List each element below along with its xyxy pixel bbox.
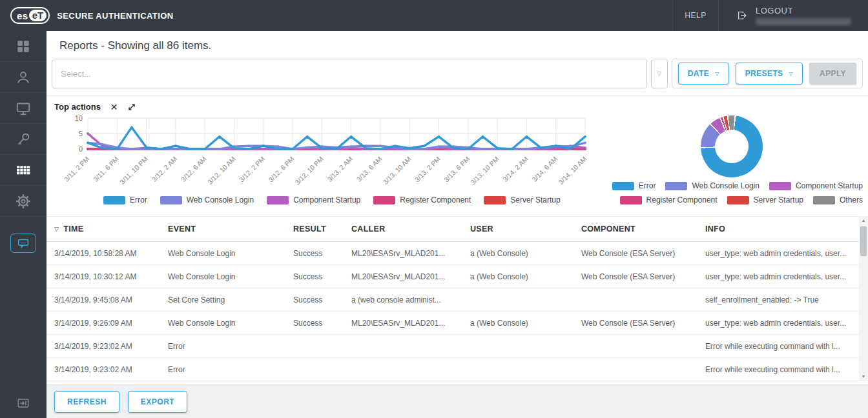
legend-label: Error: [639, 181, 656, 190]
top-actions-visuals: 05103/11, 2 PM3/11, 6 PM3/11, 10 PM3/12,…: [46, 113, 868, 215]
computers-icon: [15, 100, 32, 117]
legend-label: Server Startup: [510, 195, 560, 204]
column-header-result[interactable]: RESULT: [285, 224, 344, 234]
help-button[interactable]: HELP: [672, 0, 719, 31]
sidebar-item-credentials[interactable]: [0, 124, 46, 155]
cell-caller: a (web console administ...: [344, 295, 462, 304]
page-title: Reports - Showing all 86 items.: [46, 31, 868, 56]
legend-label: Component Startup: [293, 195, 360, 204]
legend-item-server-startup: Server Startup: [727, 195, 803, 204]
svg-text:3/11, 10 PM: 3/11, 10 PM: [118, 155, 149, 186]
svg-text:3/14, 2 AM: 3/14, 2 AM: [501, 155, 530, 183]
legend-swatch: [373, 196, 395, 204]
legend-swatch: [103, 196, 125, 204]
donut-legend-row-2: Register ComponentServer StartupOthers: [612, 195, 863, 204]
legend-label: Others: [840, 195, 863, 204]
cell-result: Success: [285, 249, 344, 258]
top-actions-donut-chart: [701, 115, 763, 177]
sidebar: [0, 31, 46, 418]
svg-text:3/12, 2 AM: 3/12, 2 AM: [150, 155, 178, 183]
collapse-sidebar-button[interactable]: [16, 396, 31, 410]
legend-swatch: [160, 196, 182, 204]
donut-chart-legend: ErrorWeb Console LoginComponent Startup …: [612, 181, 863, 210]
column-header-event[interactable]: EVENT: [160, 224, 285, 234]
cell-caller: ML20\ESASrv_MLAD201...: [344, 272, 462, 281]
table-body: 3/14/2019, 10:58:28 AMWeb Console LoginS…: [46, 242, 859, 381]
legend-item-web-console-login: Web Console Login: [665, 181, 760, 190]
legend-label: Web Console Login: [187, 195, 254, 204]
feedback-button[interactable]: [10, 234, 36, 253]
scroll-up-icon[interactable]: ▲: [862, 216, 866, 225]
apply-button[interactable]: APPLY: [809, 63, 856, 85]
cell-result: Success: [285, 295, 344, 304]
legend-label: Register Component: [400, 195, 471, 204]
table-row[interactable]: 3/14/2019, 9:45:08 AMSet Core SettingSuc…: [46, 288, 859, 312]
presets-dropdown-button[interactable]: PRESETS ▽: [736, 63, 803, 85]
donut-legend-row-1: ErrorWeb Console LoginComponent Startup: [612, 181, 863, 190]
svg-text:3/12, 6 AM: 3/12, 6 AM: [180, 155, 208, 183]
svg-text:3/13, 6 AM: 3/13, 6 AM: [355, 155, 383, 183]
top-bar: es eT SECURE AUTHENTICATION HELP LOGOUT: [0, 0, 868, 31]
sidebar-item-computers[interactable]: [0, 93, 46, 124]
table-row[interactable]: 3/14/2019, 9:23:02 AMErrorError while ex…: [46, 358, 859, 381]
logout-label: LOGOUT: [756, 6, 851, 15]
export-button[interactable]: EXPORT: [128, 391, 187, 413]
close-panel-icon[interactable]: ×: [110, 103, 118, 112]
table-row[interactable]: 3/14/2019, 10:30:12 AMWeb Console LoginS…: [46, 265, 859, 288]
svg-text:3/13, 6 PM: 3/13, 6 PM: [442, 155, 471, 183]
sidebar-item-dashboard[interactable]: [0, 31, 46, 62]
legend-label: Server Startup: [754, 195, 803, 204]
chevron-down-icon: ▽: [789, 71, 794, 77]
table-scrollbar[interactable]: ▲ ▼: [859, 216, 868, 381]
svg-text:3/13, 2 PM: 3/13, 2 PM: [413, 155, 442, 183]
cell-event: Web Console Login: [160, 319, 285, 328]
brand: es eT SECURE AUTHENTICATION: [0, 0, 174, 31]
sidebar-item-settings[interactable]: [0, 186, 46, 217]
column-header-time[interactable]: ▽TIME: [46, 224, 160, 234]
logout-button[interactable]: LOGOUT: [719, 0, 868, 31]
column-header-component[interactable]: COMPONENT: [574, 224, 698, 234]
filter-actions-group: DATE ▽ PRESETS ▽ APPLY: [672, 59, 863, 88]
svg-text:3/12, 10 PM: 3/12, 10 PM: [293, 155, 325, 186]
refresh-button[interactable]: REFRESH: [54, 391, 119, 413]
svg-text:3/14, 10 AM: 3/14, 10 AM: [557, 155, 588, 186]
legend-swatch: [267, 196, 289, 204]
topbar-right: HELP LOGOUT: [672, 0, 868, 31]
cell-event: Web Console Login: [160, 249, 285, 258]
cell-component: Web Console (ESA Server): [574, 249, 698, 258]
svg-text:10: 10: [75, 114, 83, 122]
cell-caller: ML20\ESASrv_MLAD201...: [344, 249, 462, 258]
cell-component: Web Console (ESA Server): [574, 319, 698, 328]
legend-label: Component Startup: [796, 181, 863, 190]
legend-item-register-component: Register Component: [620, 195, 718, 204]
scrollbar-thumb[interactable]: [860, 226, 867, 256]
svg-text:3/12, 2 PM: 3/12, 2 PM: [238, 155, 266, 183]
cell-info: self_enrollment_enabled: -> True: [698, 295, 859, 304]
table-row[interactable]: 3/14/2019, 10:58:28 AMWeb Console LoginS…: [46, 242, 859, 265]
table-header: ▽TIMEEVENTRESULTCALLERUSERCOMPONENTINFO: [46, 216, 859, 242]
legend-swatch: [612, 182, 634, 190]
footer-bar: REFRESH EXPORT: [46, 384, 868, 418]
sort-descending-icon[interactable]: ▽: [54, 226, 59, 232]
column-header-info[interactable]: INFO: [698, 224, 859, 234]
sidebar-item-reports[interactable]: [0, 155, 46, 186]
table-row[interactable]: 3/14/2019, 9:26:09 AMWeb Console LoginSu…: [46, 312, 859, 335]
column-header-caller[interactable]: CALLER: [344, 224, 462, 234]
svg-text:3/12, 10 AM: 3/12, 10 AM: [206, 155, 237, 186]
svg-text:3/13, 10 PM: 3/13, 10 PM: [469, 155, 501, 186]
date-dropdown-button[interactable]: DATE ▽: [678, 63, 729, 85]
select-dropdown-button[interactable]: ▽: [651, 59, 668, 88]
eset-logo-text-left: es: [17, 10, 28, 21]
svg-text:0: 0: [79, 145, 83, 153]
expand-panel-icon[interactable]: [127, 103, 136, 112]
scroll-down-icon[interactable]: ▼: [862, 372, 866, 381]
feedback-chat-icon: [16, 236, 31, 250]
table-row[interactable]: 3/14/2019, 9:23:02 AMErrorError while ex…: [46, 335, 859, 358]
legend-swatch: [484, 196, 506, 204]
column-header-user[interactable]: USER: [462, 224, 574, 234]
report-filter-select[interactable]: Select...: [52, 59, 647, 88]
cell-time: 3/14/2019, 9:23:02 AM: [46, 365, 160, 374]
legend-item-error: Error: [612, 181, 656, 190]
sidebar-item-users[interactable]: [0, 62, 46, 93]
cell-event: Error: [160, 342, 285, 351]
